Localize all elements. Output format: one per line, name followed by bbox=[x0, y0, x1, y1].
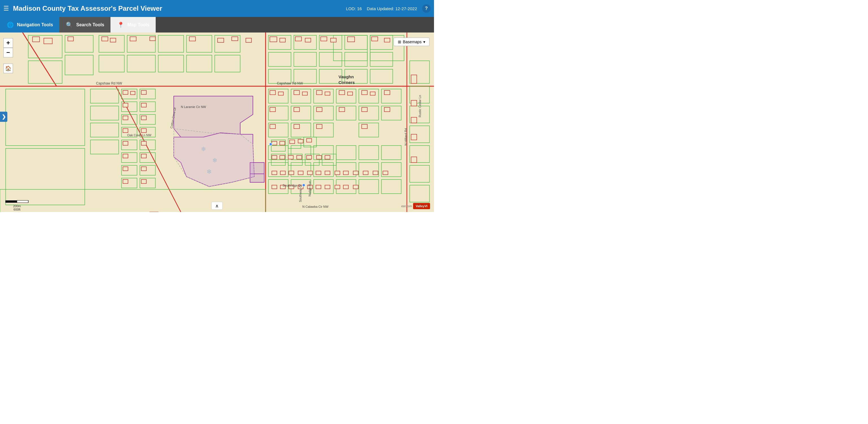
menu-icon[interactable]: ☰ bbox=[3, 5, 9, 11]
svg-text:Capshaw Rd NW: Capshaw Rd NW bbox=[277, 82, 303, 85]
svg-rect-168 bbox=[290, 140, 295, 144]
svg-rect-138 bbox=[141, 141, 146, 145]
svg-rect-143 bbox=[123, 180, 128, 183]
svg-rect-187 bbox=[353, 171, 358, 175]
svg-rect-131 bbox=[123, 103, 128, 107]
svg-rect-139 bbox=[123, 154, 128, 158]
svg-rect-182 bbox=[307, 171, 312, 175]
svg-rect-161 bbox=[384, 108, 390, 112]
home-button[interactable]: 🏠 bbox=[3, 64, 13, 73]
svg-rect-113 bbox=[130, 37, 136, 41]
svg-text:❄: ❄ bbox=[212, 157, 217, 164]
svg-rect-126 bbox=[372, 37, 378, 41]
svg-rect-141 bbox=[123, 167, 128, 171]
svg-rect-151 bbox=[339, 90, 345, 95]
svg-text:Nudge Run: Nudge Run bbox=[308, 181, 311, 196]
svg-rect-174 bbox=[297, 155, 302, 159]
svg-rect-203 bbox=[411, 117, 417, 123]
svg-rect-128 bbox=[123, 90, 128, 94]
svg-rect-121 bbox=[295, 37, 302, 41]
search-tools-label: Search Tools bbox=[76, 22, 104, 27]
chevron-down-icon: ▾ bbox=[423, 39, 425, 44]
svg-rect-204 bbox=[411, 134, 417, 140]
svg-rect-140 bbox=[141, 154, 146, 158]
svg-rect-158 bbox=[316, 108, 322, 112]
svg-rect-181 bbox=[298, 171, 303, 175]
basemaps-label: Basemaps bbox=[403, 39, 422, 44]
svg-rect-159 bbox=[339, 108, 345, 112]
svg-rect-190 bbox=[383, 171, 388, 175]
svg-rect-155 bbox=[384, 90, 390, 95]
svg-rect-149 bbox=[316, 90, 322, 95]
zoom-out-button[interactable]: − bbox=[3, 48, 13, 57]
svg-rect-127 bbox=[384, 38, 390, 42]
svg-rect-163 bbox=[294, 124, 300, 129]
svg-rect-134 bbox=[141, 116, 146, 120]
search-tools-button[interactable]: 🔍 Search Tools bbox=[59, 17, 111, 32]
svg-rect-114 bbox=[150, 37, 155, 41]
svg-rect-169 bbox=[298, 139, 303, 143]
map-pin-icon: 📍 bbox=[117, 21, 125, 29]
svg-rect-109 bbox=[44, 38, 52, 44]
svg-rect-124 bbox=[331, 38, 336, 42]
svg-rect-125 bbox=[347, 37, 354, 42]
navigation-tools-button[interactable]: 🌐 Navigation Tools bbox=[0, 17, 59, 32]
scroll-up-button[interactable]: ∧ bbox=[211, 202, 223, 210]
globe-icon: 🌐 bbox=[6, 21, 14, 29]
header: ☰ Madison County Tax Assessor's Parcel V… bbox=[0, 0, 434, 17]
svg-rect-117 bbox=[232, 37, 238, 41]
map-tools-button[interactable]: 📍 Map Tools bbox=[111, 17, 156, 32]
svg-rect-123 bbox=[321, 37, 327, 41]
svg-point-238 bbox=[269, 143, 272, 146]
svg-text:Capshaw Rd NW: Capshaw Rd NW bbox=[96, 82, 122, 85]
scroll-up-control: ∧ bbox=[211, 202, 223, 210]
svg-rect-142 bbox=[141, 167, 146, 171]
svg-rect-110 bbox=[68, 37, 73, 41]
svg-point-239 bbox=[302, 184, 305, 187]
svg-text:Oak Cove Ln NW: Oak Cove Ln NW bbox=[127, 133, 151, 137]
svg-rect-164 bbox=[316, 124, 322, 129]
nav-tools-label: Navigation Tools bbox=[17, 22, 53, 27]
svg-rect-156 bbox=[270, 108, 276, 112]
svg-rect-198 bbox=[335, 185, 340, 189]
svg-text:600ft: 600ft bbox=[13, 208, 20, 211]
expand-panel: ❯ bbox=[0, 112, 7, 122]
data-updated-info: Data Updated: 12-27-2022 bbox=[367, 6, 417, 11]
svg-rect-189 bbox=[373, 171, 378, 175]
zoom-in-button[interactable]: + bbox=[3, 38, 13, 48]
svg-rect-132 bbox=[141, 103, 146, 107]
toolbar: 🌐 Navigation Tools 🔍 Search Tools 📍 Map … bbox=[0, 17, 434, 32]
svg-rect-191 bbox=[272, 185, 277, 189]
svg-rect-152 bbox=[347, 92, 352, 95]
svg-rect-200 bbox=[353, 185, 358, 189]
svg-rect-135 bbox=[123, 129, 128, 132]
svg-rect-137 bbox=[123, 141, 128, 145]
svg-rect-162 bbox=[270, 124, 276, 129]
svg-rect-118 bbox=[246, 38, 251, 42]
app-title: Madison County Tax Assessor's Parcel Vie… bbox=[13, 4, 346, 12]
svg-rect-129 bbox=[130, 91, 135, 95]
svg-rect-235 bbox=[17, 201, 28, 203]
svg-text:Corners: Corners bbox=[339, 80, 355, 85]
map-svg: ❄ ❄ ❄ Capshaw Rd NW Capshaw Rd NW NE McC… bbox=[0, 32, 434, 212]
svg-rect-202 bbox=[411, 100, 417, 106]
svg-rect-112 bbox=[110, 38, 116, 42]
map-container[interactable]: ❄ ❄ ❄ Capshaw Rd NW Capshaw Rd NW NE McC… bbox=[0, 32, 434, 212]
svg-rect-146 bbox=[278, 92, 283, 95]
svg-rect-177 bbox=[325, 155, 330, 159]
svg-rect-157 bbox=[294, 108, 300, 112]
svg-text:❄: ❄ bbox=[201, 146, 206, 153]
svg-rect-176 bbox=[316, 155, 321, 159]
svg-rect-172 bbox=[280, 155, 285, 159]
svg-rect-183 bbox=[316, 171, 321, 175]
svg-text:N Calawba Cir NW: N Calawba Cir NW bbox=[302, 205, 329, 208]
svg-rect-197 bbox=[325, 185, 330, 189]
svg-rect-165 bbox=[362, 124, 367, 129]
basemaps-button[interactable]: ⊞ Basemaps ▾ bbox=[394, 38, 430, 46]
expand-button[interactable]: ❯ bbox=[0, 112, 7, 122]
help-button[interactable]: ? bbox=[422, 4, 431, 13]
svg-rect-171 bbox=[272, 155, 277, 159]
svg-rect-201 bbox=[411, 75, 417, 83]
svg-rect-122 bbox=[305, 38, 311, 42]
svg-rect-144 bbox=[141, 180, 146, 183]
